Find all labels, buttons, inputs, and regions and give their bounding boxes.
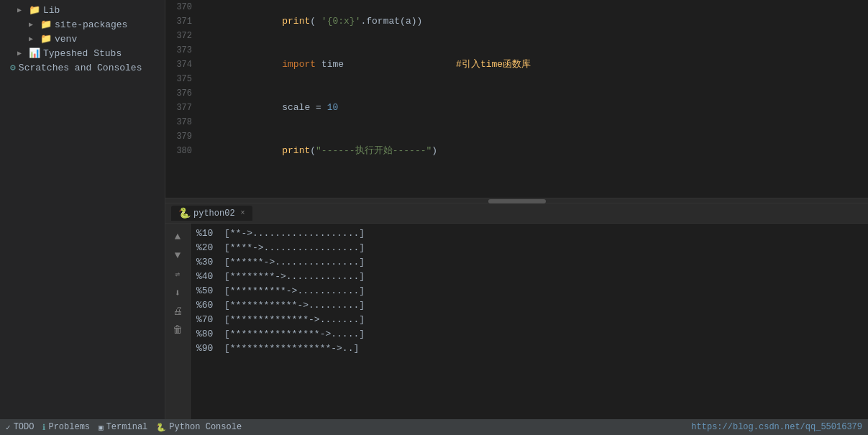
terminal-panel: 🐍 python02 × ▲ ▼ ⇌ ⬇ 🖨 🗑 %10 (165, 203, 868, 419)
sidebar-label-scratches: Scratches and Consoles (19, 63, 142, 73)
line-num-374: 374 (165, 58, 192, 72)
terminal-icon: ▣ (99, 423, 104, 432)
todo-label: TODO (14, 422, 35, 432)
code-line-373: print("------执行开始------") (204, 129, 868, 173)
scroll-up-button[interactable]: ▲ (170, 229, 185, 244)
code-line-370: print( '{0:x}'.format(a)) (204, 0, 868, 43)
scroll-down-button[interactable]: ▼ (170, 248, 185, 262)
python-console-label: Python Console (169, 422, 242, 432)
line-num-378: ⊖378 (165, 115, 192, 129)
term-line-6: %70 [**************->.......] (196, 313, 862, 327)
wrap-button[interactable]: ⇌ (170, 267, 185, 281)
typeshed-icon: 📊 (29, 47, 40, 59)
status-problems[interactable]: ℹ Problems (42, 422, 90, 432)
code-line-371: import time #引入time函数库 (204, 43, 868, 86)
status-todo[interactable]: ✓ TODO (6, 422, 34, 432)
line-num-375: 375 (165, 72, 192, 86)
sidebar-item-site-packages[interactable]: ▶ 📁 site-packages (0, 17, 165, 32)
sidebar-label-typeshed: Typeshed Stubs (43, 48, 122, 59)
file-tree: ▶ 📁 Lib ▶ 📁 site-packages ▶ 📁 venv ▶ 📊 T… (0, 0, 165, 419)
terminal-label: Terminal (106, 422, 148, 432)
line-num-376: 376 (165, 86, 192, 101)
sidebar-item-venv[interactable]: ▶ 📁 venv (0, 32, 165, 46)
sidebar-item-scratches[interactable]: ⚙ Scratches and Consoles (0, 60, 165, 75)
folder-icon-site-packages: 📁 (40, 19, 52, 30)
expand-arrow-site-packages: ▶ (29, 20, 40, 29)
line-num-373: 373 (165, 43, 192, 58)
editor-scrollbar[interactable] (165, 198, 868, 203)
line-num-377: 377 (165, 101, 192, 115)
sidebar-label-site-packages: site-packages (55, 19, 127, 30)
sidebar-item-typeshed[interactable]: ▶ 📊 Typeshed Stubs (0, 46, 165, 60)
line-num-371: 371 (165, 14, 192, 29)
term-line-2: %30 [******->...............] (196, 255, 862, 270)
term-line-4: %50 [**********->...........] (196, 284, 862, 298)
term-line-5: %60 [************->.........] (196, 298, 862, 313)
line-num-380: 380 (165, 144, 192, 158)
python-tab-icon: 🐍 (178, 207, 191, 219)
url-text: https://blog.csdn.net/qq_55016379 (691, 422, 862, 432)
terminal-content-area: ▲ ▼ ⇌ ⬇ 🖨 🗑 %10 [**->...................… (165, 224, 868, 419)
trash-button[interactable]: 🗑 (170, 323, 185, 337)
sidebar-label-lib: Lib (43, 5, 60, 16)
term-line-3: %40 [********->.............] (196, 270, 862, 284)
status-bar-left: ✓ TODO ℹ Problems ▣ Terminal 🐍 Python Co… (6, 422, 242, 432)
print-button[interactable]: 🖨 (170, 304, 185, 319)
code-editor: 370 371 372 373 374 375 376 377 ⊖378 379… (165, 0, 868, 198)
line-num-379: 379 (165, 129, 192, 144)
problems-label: Problems (48, 422, 90, 432)
right-pane: 370 371 372 373 374 375 376 377 ⊖378 379… (165, 0, 868, 419)
terminal-output: %10 [**->...................] %20 [****-… (191, 224, 868, 419)
term-line-1: %20 [****->.................] (196, 241, 862, 255)
status-bar-url: https://blog.csdn.net/qq_55016379 (691, 422, 862, 432)
expand-arrow-lib: ▶ (17, 6, 29, 14)
terminal-tab-label: python02 (193, 209, 235, 219)
terminal-tab-close[interactable]: × (241, 209, 245, 217)
line-numbers: 370 371 372 373 374 375 376 377 ⊖378 379… (165, 0, 198, 198)
folder-icon-lib: 📁 (29, 4, 40, 16)
code-lines[interactable]: print( '{0:x}'.format(a)) import time #引… (198, 0, 868, 198)
terminal-tab-python02[interactable]: 🐍 python02 × (171, 206, 252, 221)
term-line-0: %10 [**->...................] (196, 226, 862, 241)
fold-icon-374: ⊘ (198, 173, 198, 187)
terminal-sidebar-buttons: ▲ ▼ ⇌ ⬇ 🖨 🗑 (165, 224, 191, 419)
line-num-372: 372 (165, 29, 192, 43)
status-python-console[interactable]: 🐍 Python Console (156, 422, 242, 432)
expand-arrow-venv: ▶ (29, 35, 40, 43)
problems-icon: ℹ (42, 423, 45, 432)
sidebar-label-venv: venv (55, 34, 77, 45)
todo-icon: ✓ (6, 423, 11, 432)
expand-arrow-typeshed: ▶ (17, 49, 29, 58)
folder-icon-venv: 📁 (40, 33, 52, 45)
terminal-tabs-bar: 🐍 python02 × (165, 203, 868, 224)
sidebar-item-lib[interactable]: ▶ 📁 Lib (0, 3, 165, 17)
scratches-icon: ⚙ (10, 62, 16, 73)
code-line-374: ⊘ for i in range(scale+1): (204, 173, 868, 198)
python-console-icon: 🐍 (156, 423, 166, 432)
term-line-7: %80 [****************->.....] (196, 327, 862, 342)
term-line-8: %90 [******************->..] (196, 342, 862, 356)
download-button[interactable]: ⬇ (170, 285, 185, 300)
line-num-370: 370 (165, 0, 192, 14)
code-line-372: scale = 10 (204, 86, 868, 129)
status-terminal[interactable]: ▣ Terminal (99, 422, 147, 432)
status-bar: ✓ TODO ℹ Problems ▣ Terminal 🐍 Python Co… (0, 419, 868, 435)
